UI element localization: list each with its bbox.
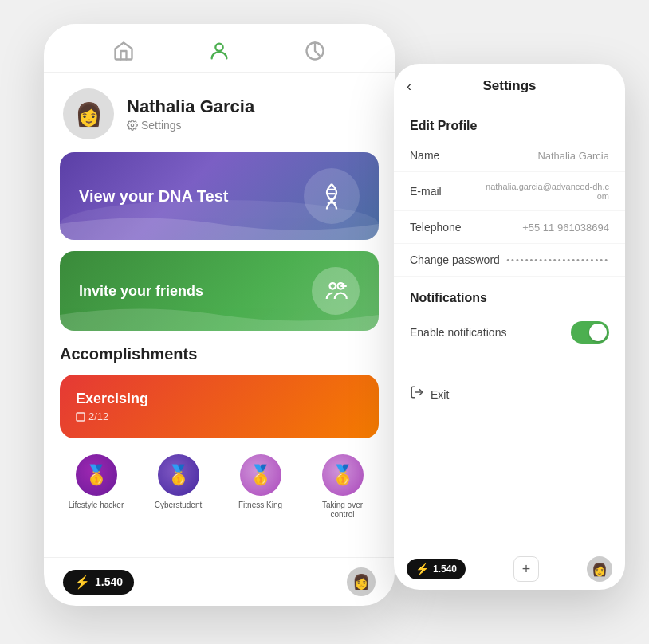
- field-email-label: E-mail: [410, 185, 442, 198]
- edit-profile-header: Edit Profile: [394, 104, 625, 139]
- exit-label: Exit: [431, 388, 449, 401]
- settings-bottom-bar: ⚡ 1.540 + 👩: [394, 548, 625, 590]
- svg-rect-5: [77, 413, 85, 421]
- bottom-bar-left: ⚡ 1.540 👩: [44, 557, 395, 606]
- settings-bolt-icon: ⚡: [415, 563, 429, 575]
- notifications-row: Enable notifications: [394, 312, 625, 353]
- user-avatar-small[interactable]: 👩: [347, 567, 376, 596]
- badge-medal-takeover: 🥇: [322, 454, 364, 496]
- field-password[interactable]: Change password ••••••••••••••••••••••: [394, 244, 625, 277]
- dna-card[interactable]: View your DNA Test: [60, 152, 379, 240]
- settings-title: Settings: [482, 78, 536, 94]
- badge-medal-fitness: 🥇: [240, 454, 281, 496]
- back-button[interactable]: ‹: [407, 78, 411, 95]
- field-telephone-label: Telephone: [410, 221, 462, 234]
- phone-left: 👩 Nathalia Garcia Settings View your DNA…: [44, 24, 395, 606]
- badge-cyber: 🥇 Cyberstudent: [145, 454, 211, 520]
- nav-home[interactable]: [111, 38, 136, 64]
- invite-card[interactable]: Invite your friends: [60, 251, 379, 331]
- settings-link-label: Settings: [141, 119, 182, 132]
- accomplishments-title: Accomplishments: [60, 342, 379, 363]
- badge-fitness: 🥇 Fitness King: [227, 454, 293, 520]
- svg-point-3: [330, 283, 336, 289]
- profile-info: Nathalia Garcia Settings: [127, 96, 254, 132]
- profile-section: 👩 Nathalia Garcia Settings: [44, 73, 395, 152]
- field-password-label: Change password: [410, 253, 500, 266]
- badge-medal-lifestyle: 🥇: [76, 454, 117, 496]
- badge-label-cyber: Cyberstudent: [155, 501, 202, 510]
- settings-avatar[interactable]: 👩: [587, 556, 612, 582]
- badge-label-fitness: Fitness King: [238, 501, 282, 510]
- settings-header: ‹ Settings: [394, 64, 625, 104]
- field-password-value: ••••••••••••••••••••••: [506, 255, 609, 265]
- nav-bar: [44, 24, 395, 73]
- svg-point-0: [215, 44, 222, 51]
- field-telephone-value: +55 11 961038694: [522, 222, 609, 234]
- nav-profile[interactable]: [206, 38, 232, 64]
- field-name-label: Name: [410, 149, 439, 162]
- field-name: Name Nathalia Garcia: [394, 139, 625, 172]
- dna-card-text: View your DNA Test: [79, 187, 228, 206]
- points-badge: ⚡ 1.540: [63, 570, 134, 595]
- exercise-count: 2/12: [76, 410, 363, 422]
- notifications-toggle[interactable]: [571, 321, 609, 344]
- badge-label-lifestyle: Lifestyle hacker: [69, 501, 124, 510]
- badge-medal-cyber: 🥇: [158, 454, 199, 496]
- exercise-title: Exercising: [76, 391, 363, 407]
- badge-takeover: 🥇 Taking over control: [309, 454, 376, 520]
- points-value: 1.540: [95, 575, 123, 588]
- field-email-value: nathalia.garcia@advanced-dh.com: [482, 182, 609, 201]
- svg-point-2: [131, 124, 134, 127]
- badge-lifestyle: 🥇 Lifestyle hacker: [63, 454, 129, 520]
- badges-row: 🥇 Lifestyle hacker 🥇 Cyberstudent 🥇 Fitn…: [60, 450, 379, 524]
- exit-row[interactable]: Exit: [394, 369, 625, 419]
- notifications-label: Enable notifications: [410, 326, 506, 339]
- profile-name: Nathalia Garcia: [127, 96, 254, 117]
- settings-points-value: 1.540: [433, 564, 457, 575]
- phone-right: ‹ Settings Edit Profile Name Nathalia Ga…: [394, 64, 625, 590]
- nav-stats[interactable]: [302, 38, 328, 64]
- settings-body: Edit Profile Name Nathalia Garcia E-mail…: [394, 104, 625, 548]
- add-button[interactable]: +: [513, 556, 539, 582]
- badge-label-takeover: Taking over control: [309, 501, 376, 520]
- content-area: View your DNA Test Invite your friends: [44, 152, 395, 557]
- field-name-value: Nathalia Garcia: [537, 150, 609, 162]
- settings-points: ⚡ 1.540: [407, 559, 466, 579]
- notifications-header: Notifications: [394, 277, 625, 312]
- bolt-icon: ⚡: [74, 575, 90, 590]
- field-telephone: Telephone +55 11 961038694: [394, 211, 625, 244]
- avatar: 👩: [63, 88, 114, 139]
- exercise-card: Exercising 2/12: [60, 375, 379, 438]
- field-email: E-mail nathalia.garcia@advanced-dh.com: [394, 172, 625, 211]
- exit-icon: [410, 385, 424, 403]
- invite-card-text: Invite your friends: [79, 283, 203, 300]
- settings-link[interactable]: Settings: [127, 119, 254, 132]
